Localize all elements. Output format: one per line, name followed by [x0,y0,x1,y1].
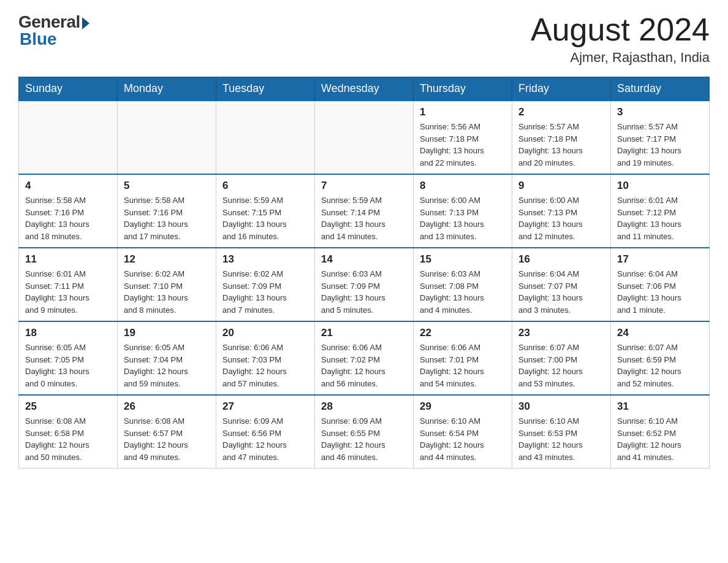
day-number: 24 [617,327,703,339]
day-info: Sunrise: 6:07 AMSunset: 7:00 PMDaylight:… [518,342,604,389]
col-monday: Monday [118,77,216,101]
day-number: 12 [124,253,210,266]
day-info: Sunrise: 6:05 AMSunset: 7:04 PMDaylight:… [124,342,210,389]
week-row-1: 1Sunrise: 5:56 AMSunset: 7:18 PMDaylight… [19,101,710,174]
calendar-cell: 31Sunrise: 6:10 AMSunset: 6:52 PMDayligh… [611,395,710,469]
day-number: 31 [617,400,703,413]
day-info: Sunrise: 6:02 AMSunset: 7:10 PMDaylight:… [124,268,210,316]
day-number: 23 [518,327,604,339]
calendar-cell [315,101,414,174]
day-info: Sunrise: 6:01 AMSunset: 7:11 PMDaylight:… [25,268,111,316]
day-number: 29 [420,400,506,413]
day-info: Sunrise: 5:57 AMSunset: 7:17 PMDaylight:… [617,121,703,169]
day-info: Sunrise: 5:57 AMSunset: 7:18 PMDaylight:… [518,121,604,169]
day-number: 26 [124,400,210,413]
day-number: 22 [420,327,506,339]
calendar-cell [216,101,315,174]
calendar-cell: 10Sunrise: 6:01 AMSunset: 7:12 PMDayligh… [611,174,710,248]
col-saturday: Saturday [611,77,710,101]
week-row-3: 11Sunrise: 6:01 AMSunset: 7:11 PMDayligh… [19,248,710,321]
calendar-cell: 17Sunrise: 6:04 AMSunset: 7:06 PMDayligh… [611,248,710,321]
week-row-5: 25Sunrise: 6:08 AMSunset: 6:58 PMDayligh… [19,395,710,469]
calendar-cell: 20Sunrise: 6:06 AMSunset: 7:03 PMDayligh… [216,321,315,395]
calendar-cell: 1Sunrise: 5:56 AMSunset: 7:18 PMDaylight… [414,101,512,174]
calendar-cell: 3Sunrise: 5:57 AMSunset: 7:17 PMDaylight… [611,101,710,174]
calendar-cell: 25Sunrise: 6:08 AMSunset: 6:58 PMDayligh… [19,395,118,469]
day-info: Sunrise: 6:02 AMSunset: 7:09 PMDaylight:… [222,268,308,316]
calendar-table: Sunday Monday Tuesday Wednesday Thursday… [18,77,710,469]
day-number: 10 [617,180,703,192]
day-number: 9 [518,180,604,192]
day-number: 28 [321,400,407,413]
month-title: August 2024 [531,12,710,47]
day-number: 17 [617,253,703,266]
calendar-cell [19,101,118,174]
day-info: Sunrise: 6:08 AMSunset: 6:58 PMDaylight:… [25,415,111,463]
location-subtitle: Ajmer, Rajasthan, India [531,50,710,66]
day-info: Sunrise: 6:01 AMSunset: 7:12 PMDaylight:… [617,194,703,242]
calendar-cell [118,101,216,174]
day-number: 4 [25,180,111,192]
day-info: Sunrise: 6:07 AMSunset: 6:59 PMDaylight:… [617,342,703,389]
day-number: 21 [321,327,407,339]
col-tuesday: Tuesday [216,77,315,101]
day-number: 1 [420,106,506,118]
calendar-cell: 6Sunrise: 5:59 AMSunset: 7:15 PMDaylight… [216,174,315,248]
day-number: 6 [222,180,308,192]
calendar-cell: 15Sunrise: 6:03 AMSunset: 7:08 PMDayligh… [414,248,512,321]
day-info: Sunrise: 6:09 AMSunset: 6:55 PMDaylight:… [321,415,407,463]
calendar-cell: 19Sunrise: 6:05 AMSunset: 7:04 PMDayligh… [118,321,216,395]
calendar-cell: 30Sunrise: 6:10 AMSunset: 6:53 PMDayligh… [512,395,611,469]
day-info: Sunrise: 6:00 AMSunset: 7:13 PMDaylight:… [518,194,604,242]
title-block: August 2024 Ajmer, Rajasthan, India [531,12,710,66]
calendar-cell: 5Sunrise: 5:58 AMSunset: 7:16 PMDaylight… [118,174,216,248]
logo-blue-text: Blue [20,29,57,49]
col-wednesday: Wednesday [315,77,414,101]
day-number: 7 [321,180,407,192]
calendar-cell: 13Sunrise: 6:02 AMSunset: 7:09 PMDayligh… [216,248,315,321]
calendar-cell: 9Sunrise: 6:00 AMSunset: 7:13 PMDaylight… [512,174,611,248]
day-info: Sunrise: 6:06 AMSunset: 7:02 PMDaylight:… [321,342,407,389]
day-info: Sunrise: 6:10 AMSunset: 6:53 PMDaylight:… [518,415,604,463]
day-number: 25 [25,400,111,413]
day-info: Sunrise: 6:10 AMSunset: 6:54 PMDaylight:… [420,415,506,463]
calendar-cell: 12Sunrise: 6:02 AMSunset: 7:10 PMDayligh… [118,248,216,321]
day-number: 16 [518,253,604,266]
calendar-cell: 18Sunrise: 6:05 AMSunset: 7:05 PMDayligh… [19,321,118,395]
day-info: Sunrise: 5:59 AMSunset: 7:15 PMDaylight:… [222,194,308,242]
day-info: Sunrise: 6:10 AMSunset: 6:52 PMDaylight:… [617,415,703,463]
day-info: Sunrise: 6:08 AMSunset: 6:57 PMDaylight:… [124,415,210,463]
calendar-cell: 16Sunrise: 6:04 AMSunset: 7:07 PMDayligh… [512,248,611,321]
day-number: 15 [420,253,506,266]
day-info: Sunrise: 6:06 AMSunset: 7:03 PMDaylight:… [222,342,308,389]
day-info: Sunrise: 6:06 AMSunset: 7:01 PMDaylight:… [420,342,506,389]
day-number: 20 [222,327,308,339]
calendar-cell: 7Sunrise: 5:59 AMSunset: 7:14 PMDaylight… [315,174,414,248]
col-friday: Friday [512,77,611,101]
calendar-header-row: Sunday Monday Tuesday Wednesday Thursday… [19,77,710,101]
day-info: Sunrise: 6:03 AMSunset: 7:08 PMDaylight:… [420,268,506,316]
day-number: 13 [222,253,308,266]
col-thursday: Thursday [414,77,512,101]
logo-arrow-icon [82,17,89,29]
day-number: 11 [25,253,111,266]
day-info: Sunrise: 5:58 AMSunset: 7:16 PMDaylight:… [25,194,111,242]
day-number: 5 [124,180,210,192]
week-row-4: 18Sunrise: 6:05 AMSunset: 7:05 PMDayligh… [19,321,710,395]
page-header: General Blue August 2024 Ajmer, Rajastha… [18,12,710,66]
calendar-cell: 2Sunrise: 5:57 AMSunset: 7:18 PMDaylight… [512,101,611,174]
day-number: 14 [321,253,407,266]
week-row-2: 4Sunrise: 5:58 AMSunset: 7:16 PMDaylight… [19,174,710,248]
calendar-cell: 29Sunrise: 6:10 AMSunset: 6:54 PMDayligh… [414,395,512,469]
day-info: Sunrise: 5:59 AMSunset: 7:14 PMDaylight:… [321,194,407,242]
calendar-cell: 27Sunrise: 6:09 AMSunset: 6:56 PMDayligh… [216,395,315,469]
day-info: Sunrise: 6:03 AMSunset: 7:09 PMDaylight:… [321,268,407,316]
calendar-cell: 23Sunrise: 6:07 AMSunset: 7:00 PMDayligh… [512,321,611,395]
calendar-cell: 21Sunrise: 6:06 AMSunset: 7:02 PMDayligh… [315,321,414,395]
day-number: 3 [617,106,703,118]
col-sunday: Sunday [19,77,118,101]
calendar-cell: 24Sunrise: 6:07 AMSunset: 6:59 PMDayligh… [611,321,710,395]
day-number: 27 [222,400,308,413]
day-number: 8 [420,180,506,192]
day-number: 2 [518,106,604,118]
